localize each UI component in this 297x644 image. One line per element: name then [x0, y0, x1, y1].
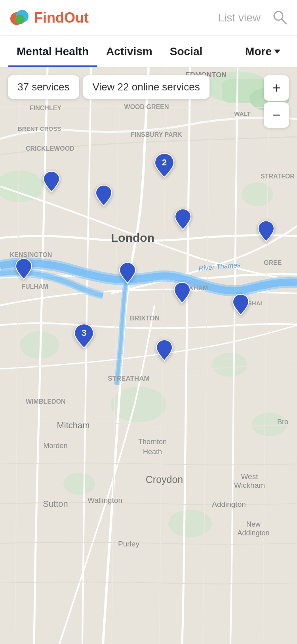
tab-social[interactable]: Social	[161, 36, 211, 67]
svg-text:Purley: Purley	[118, 540, 139, 548]
map-pin-10[interactable]: 3	[74, 323, 94, 350]
map-pin-9[interactable]	[232, 293, 249, 317]
map-pin-3[interactable]: 2	[154, 153, 175, 180]
app-header: FindOut List view	[0, 0, 297, 36]
svg-point-14	[168, 510, 212, 537]
map-background: EDMONTON TOTTENHAM WOOD GREEN FINCHLEY W…	[0, 67, 297, 644]
svg-text:2: 2	[162, 157, 167, 167]
svg-text:Bro: Bro	[277, 418, 288, 426]
svg-text:Wallington: Wallington	[88, 496, 122, 504]
search-button[interactable]	[272, 9, 287, 26]
svg-text:CRICKLEWOOD: CRICKLEWOOD	[26, 145, 74, 152]
svg-text:Heath: Heath	[143, 448, 162, 456]
svg-point-10	[242, 182, 273, 206]
search-icon	[272, 9, 287, 25]
map-pin-1[interactable]	[43, 171, 60, 194]
map-pin-11[interactable]	[156, 339, 173, 363]
svg-text:GREE: GREE	[264, 259, 282, 266]
svg-text:Sutton: Sutton	[43, 499, 68, 509]
map-pin-7[interactable]	[119, 262, 136, 286]
map-pin-4[interactable]	[174, 208, 192, 232]
svg-text:FINCHLEY: FINCHLEY	[30, 105, 61, 111]
nav-tabs: Mental Health Activism Social More	[0, 36, 297, 67]
tab-more[interactable]: More	[236, 36, 289, 67]
svg-text:Mitcham: Mitcham	[57, 420, 89, 430]
tab-mental-health[interactable]: Mental Health	[8, 36, 97, 67]
svg-text:3: 3	[82, 328, 86, 338]
logo: FindOut	[10, 8, 89, 28]
svg-text:STRATFOR: STRATFOR	[261, 173, 295, 180]
svg-text:WALT: WALT	[234, 110, 250, 117]
svg-text:BRIXTON: BRIXTON	[129, 314, 160, 322]
map-pin-8[interactable]	[173, 282, 191, 305]
svg-text:Thornton: Thornton	[138, 438, 167, 446]
zoom-controls: + −	[264, 75, 289, 128]
svg-text:BRENT CROSS: BRENT CROSS	[18, 125, 61, 132]
tab-activism[interactable]: Activism	[97, 36, 161, 67]
svg-text:WIMBLEDON: WIMBLEDON	[26, 398, 65, 405]
svg-text:Addington: Addington	[212, 500, 246, 508]
svg-text:FINSBURY PARK: FINSBURY PARK	[131, 131, 182, 138]
svg-point-3	[274, 12, 283, 20]
map-pin-5[interactable]	[257, 220, 275, 244]
svg-text:STREATHAM: STREATHAM	[108, 375, 149, 382]
svg-text:WOOD GREEN: WOOD GREEN	[124, 104, 169, 110]
svg-text:London: London	[111, 231, 154, 244]
zoom-in-button[interactable]: +	[264, 75, 289, 101]
svg-text:Morden: Morden	[43, 442, 67, 450]
map-controls: 37 services View 22 online services	[8, 75, 289, 99]
svg-point-13	[212, 353, 248, 377]
header-actions: List view	[218, 9, 287, 26]
zoom-out-button[interactable]: −	[264, 102, 289, 128]
services-count-badge: 37 services	[8, 75, 79, 99]
svg-text:West: West	[241, 472, 259, 481]
map-pin-6[interactable]	[15, 258, 32, 282]
svg-text:Wickham: Wickham	[234, 481, 265, 489]
svg-text:FULHAM: FULHAM	[21, 283, 48, 290]
chevron-down-icon	[274, 50, 280, 54]
svg-line-4	[282, 19, 286, 24]
map-container: EDMONTON TOTTENHAM WOOD GREEN FINCHLEY W…	[0, 67, 297, 644]
svg-text:KENSINGTON: KENSINGTON	[10, 251, 52, 258]
list-view-button[interactable]: List view	[218, 12, 261, 24]
svg-text:Addington: Addington	[237, 529, 269, 537]
svg-point-2	[15, 15, 25, 24]
svg-text:Croydon: Croydon	[146, 474, 183, 485]
logo-icon	[10, 8, 30, 28]
svg-text:New: New	[246, 520, 261, 528]
online-services-button[interactable]: View 22 online services	[83, 75, 209, 99]
logo-text: FindOut	[34, 10, 89, 26]
svg-point-15	[63, 473, 95, 495]
map-pin-2[interactable]	[95, 184, 112, 208]
